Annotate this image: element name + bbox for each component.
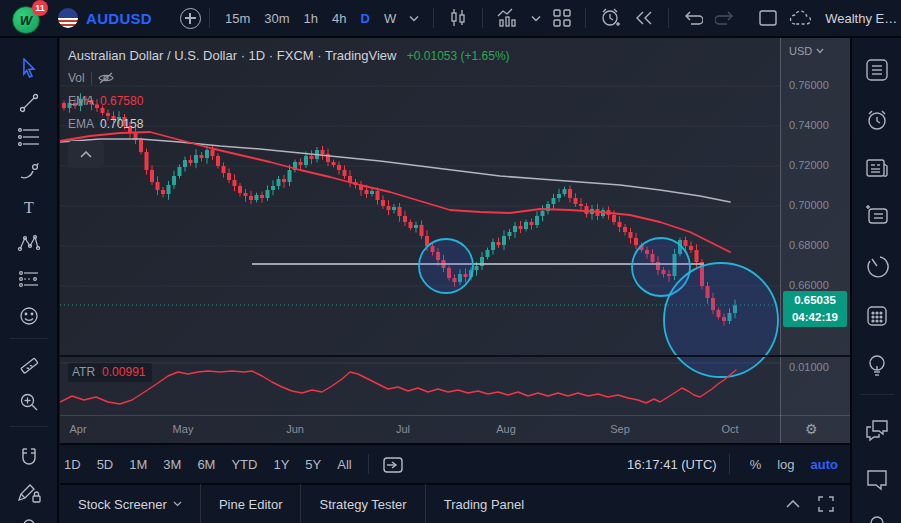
timeframe-1w-button[interactable]: W (384, 11, 396, 26)
create-alert-icon[interactable] (600, 8, 622, 28)
economic-calendar-icon[interactable] (863, 302, 891, 330)
fib-retracement-tool-button[interactable] (14, 122, 44, 152)
range-6m-button[interactable]: 6M (197, 457, 215, 472)
month-label: May (173, 423, 194, 435)
cursor-tool-button[interactable] (14, 53, 44, 83)
pane-divider[interactable] (60, 355, 850, 357)
indicators-icon[interactable] (497, 8, 519, 28)
session-clock[interactable]: 16:17:41 (UTC) (627, 457, 717, 472)
month-label: Sep (610, 423, 630, 435)
public-chats-icon[interactable] (863, 416, 891, 444)
symbol-search-button[interactable]: AUDUSD (86, 10, 152, 27)
ideas-icon[interactable] (863, 352, 891, 380)
chart-settings-gear-icon[interactable]: ⚙ (805, 421, 818, 437)
account-name[interactable]: Wealthy Educ... (825, 11, 901, 26)
tab-strategy-tester[interactable]: Strategy Tester (301, 485, 424, 523)
price-tick: 0.76000 (789, 79, 829, 91)
drawing-lock-tool-button[interactable] (14, 478, 44, 508)
last-price-label: 0.65035 04:42:19 (783, 291, 847, 327)
timeframe-1h-button[interactable]: 1h (304, 11, 318, 26)
range-1d-button[interactable]: 1D (64, 457, 81, 472)
range-all-button[interactable]: All (337, 457, 351, 472)
atr-scale-tick: 0.01000 (789, 361, 829, 373)
volume-legend-row[interactable]: Vol (68, 70, 510, 86)
ema-fast-value: 0.67580 (100, 94, 143, 108)
panel-expand-chevron-icon[interactable] (786, 500, 800, 508)
range-ytd-button[interactable]: YTD (231, 457, 257, 472)
go-to-date-icon[interactable] (383, 455, 403, 473)
price-tick: 0.66000 (789, 279, 829, 291)
pattern-tool-button[interactable] (14, 228, 44, 258)
streams-icon[interactable] (863, 510, 891, 523)
chart-area[interactable]: USD 0.76000 0.74000 0.72000 0.70000 0.68… (60, 38, 850, 443)
private-chat-icon[interactable] (863, 466, 891, 494)
news-icon[interactable] (863, 154, 891, 182)
range-3m-button[interactable]: 3M (163, 457, 181, 472)
brush-tool-button[interactable] (14, 156, 44, 186)
text-tool-button[interactable]: T (14, 193, 44, 223)
atr-legend-row[interactable]: ATR 0.00991 (68, 363, 152, 382)
alerts-icon[interactable] (863, 106, 891, 134)
chevron-down-icon (173, 501, 182, 507)
hotlists-icon[interactable] (863, 252, 891, 280)
panel-maximize-icon[interactable] (818, 496, 834, 512)
eye-off-icon[interactable] (98, 72, 114, 84)
legend-collapse-button[interactable] (68, 141, 104, 168)
layout-select-icon[interactable] (759, 10, 777, 26)
price-scale-currency[interactable]: USD (789, 45, 824, 57)
chevron-up-icon (80, 151, 92, 158)
ema-fast-legend-row[interactable]: EMA 0.67580 (68, 93, 510, 109)
ema-slow-legend-row[interactable]: EMA 0.70158 (68, 116, 510, 132)
lock-all-tool-button[interactable] (14, 512, 44, 523)
month-label: Jul (396, 423, 410, 435)
axis-divider (60, 415, 850, 416)
account-menu-button[interactable]: W 11 (12, 3, 42, 33)
range-1m-button[interactable]: 1M (129, 457, 147, 472)
price-tick: 0.70000 (789, 199, 829, 211)
timeframe-15m-button[interactable]: 15m (225, 11, 250, 26)
price-tick: 0.68000 (789, 239, 829, 251)
timeframe-1d-button[interactable]: D (361, 11, 370, 26)
percent-scale-button[interactable]: % (750, 457, 762, 472)
watchlist-icon[interactable] (863, 56, 891, 84)
forecast-tool-button[interactable] (14, 264, 44, 294)
timeframe-30m-button[interactable]: 30m (264, 11, 289, 26)
left-drawing-toolbar: T (0, 38, 59, 523)
notes-icon[interactable] (863, 201, 891, 229)
range-1y-button[interactable]: 1Y (273, 457, 289, 472)
magnet-tool-button[interactable] (14, 442, 44, 472)
add-symbol-icon[interactable] (180, 8, 201, 29)
timeframe-4h-button[interactable]: 4h (332, 11, 346, 26)
measure-tool-button[interactable] (14, 350, 44, 380)
time-axis[interactable]: Apr May Jun Jul Aug Sep Oct (60, 416, 780, 443)
auto-scale-button[interactable]: auto (811, 457, 838, 472)
bar-replay-icon[interactable] (634, 11, 654, 25)
candle-style-icon[interactable] (448, 8, 468, 28)
atr-value: 0.00991 (102, 365, 145, 379)
trend-line-tool-button[interactable] (14, 88, 44, 118)
range-5d-button[interactable]: 5D (97, 457, 114, 472)
layout-grid-icon[interactable] (553, 9, 571, 27)
tab-stock-screener[interactable]: Stock Screener (60, 485, 200, 523)
indicators-chevron-down-icon[interactable] (531, 15, 541, 22)
top-toolbar: W 11 AUDUSD 15m 30m 1h 4h D W (0, 0, 901, 38)
symbol-flag-icon (58, 8, 78, 28)
range-5y-button[interactable]: 5Y (305, 457, 321, 472)
redo-icon[interactable] (715, 10, 735, 26)
undo-icon[interactable] (683, 10, 703, 26)
tab-pine-editor[interactable]: Pine Editor (201, 485, 301, 523)
tab-trading-panel[interactable]: Trading Panel (426, 485, 542, 523)
notification-badge: 11 (32, 0, 48, 16)
cloud-save-icon[interactable] (789, 10, 813, 26)
right-sidebar (850, 38, 901, 523)
emoji-tool-button[interactable] (14, 301, 44, 331)
month-label: Apr (69, 423, 86, 435)
price-scale[interactable]: USD 0.76000 0.74000 0.72000 0.70000 0.68… (780, 38, 850, 443)
symbol-description[interactable]: Australian Dollar / U.S. Dollar · 1D · F… (68, 48, 396, 63)
month-label: Jun (286, 423, 304, 435)
chart-legend: Australian Dollar / U.S. Dollar · 1D · F… (68, 48, 510, 168)
zoom-in-tool-button[interactable] (14, 387, 44, 417)
log-scale-button[interactable]: log (777, 457, 794, 472)
timeframe-chevron-down-icon[interactable] (409, 15, 419, 22)
bottom-toolbar: 1D 5D 1M 3M 6M YTD 1Y 5Y All 16:17:41 (U… (60, 443, 850, 483)
